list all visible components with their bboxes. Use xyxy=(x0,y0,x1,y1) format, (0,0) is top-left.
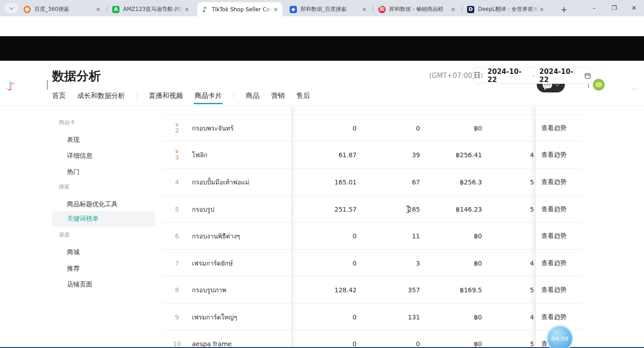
tab-close-icon[interactable]: × xyxy=(450,6,456,13)
tab-separator xyxy=(373,5,373,13)
tab-title: 郑和数据_百度搜索 xyxy=(301,5,361,13)
browser-tab-5[interactable]: 和郑和数据 - 畅销商品榜× xyxy=(375,2,460,16)
tab-close-icon[interactable]: × xyxy=(539,6,545,13)
zhenghe-blue-icon: ◆ xyxy=(290,6,297,13)
keyword-cell: กรอบรูปภาพ xyxy=(192,276,288,304)
view-trend-link[interactable]: 查看趋势 xyxy=(541,196,573,223)
view-trend-link[interactable]: 查看趋势 xyxy=(541,222,573,250)
sidebar-item-0-0[interactable]: 表现 xyxy=(52,132,155,148)
analytics-tab-1[interactable]: 首页 xyxy=(52,92,66,100)
clipped-metric-right: 5 xyxy=(525,330,534,348)
clipped-metric-right: 4 xyxy=(525,250,534,277)
rank-number: 10 xyxy=(173,341,181,348)
rank-cell: ♛ 9 xyxy=(169,304,185,331)
shop-switcher[interactable]: 泰国 店铺 xyxy=(608,82,634,90)
gmv-cell: ฿0 xyxy=(424,304,482,331)
analytics-tab-2[interactable]: 成长和数据分析 xyxy=(77,92,125,100)
sidebar-item-0-2[interactable]: 热门 xyxy=(52,164,155,180)
rank-number: 5 xyxy=(175,206,179,213)
table-row: ♛ 2 กรอบพระจันทร์ 2 0 0 ฿0 查看趋势 xyxy=(163,114,582,142)
sidebar-item-1-0[interactable]: 商品标题优化工具 xyxy=(52,197,155,212)
clipped-metric-right: 5 xyxy=(525,276,534,304)
table-row: ♛ 7 เฟรมการ์ดยักษ์ 3 0 3 ฿0 4 查看趋势 xyxy=(163,249,582,277)
tab-close-icon[interactable]: × xyxy=(272,6,279,13)
shop-avatar[interactable] xyxy=(593,79,605,91)
analytics-tab-6[interactable]: 营销 xyxy=(271,92,285,100)
zhenghe-red-icon: 和 xyxy=(378,6,386,13)
keyword-cell: โฟลิก xyxy=(192,141,288,169)
keyword-cell: เฟรมการ์ดยักษ์ xyxy=(192,250,288,277)
screen-recorder-timer-bubble[interactable]: 04:09 xyxy=(548,326,572,348)
metric-2-cell: 0 xyxy=(362,115,420,142)
tab-close-icon[interactable]: × xyxy=(184,6,190,13)
browser-tab-2[interactable]: AAMZ123亚马逊导航-跨境× xyxy=(109,2,194,16)
nav-item-5[interactable]: 学习中心 xyxy=(249,80,280,90)
tiktok-logo-icon[interactable]: ♪ xyxy=(6,78,14,92)
metric-2-cell: 131 xyxy=(362,304,420,331)
date-end[interactable]: 2024-10-22 xyxy=(539,68,580,84)
site-header: ♪ TikTok Shop 商家中心数据罗盘联盟带货直播中控学习中心 ••• 7… xyxy=(0,36,644,61)
tabbar-divider xyxy=(0,106,644,106)
metric-1-cell: 0 xyxy=(299,250,357,277)
keyword-cell: กรอบพระจันทร์ xyxy=(192,115,288,142)
date-separator: - xyxy=(533,72,535,79)
tab-divider xyxy=(234,92,234,99)
date-granularity-label: 日: xyxy=(474,71,483,80)
analytics-tab-4[interactable]: 商品卡片 xyxy=(195,92,222,100)
date-range-picker[interactable]: 日: 2024-10-22 - 2024-10-22 xyxy=(473,67,592,84)
view-trend-link[interactable]: 查看趋势 xyxy=(541,276,573,304)
rank-number: 3 xyxy=(175,154,179,161)
metric-1-cell: 0 xyxy=(299,115,357,142)
360-search-icon xyxy=(24,6,31,13)
clipped-metric-left: 2 xyxy=(292,115,297,142)
amz123-icon: A xyxy=(112,6,119,13)
logo-text-line2: Shop xyxy=(21,83,40,92)
clipped-metric-left: 3 xyxy=(292,250,297,277)
nav-item-4[interactable]: 直播中控 xyxy=(201,80,232,90)
sidebar-item-2-0[interactable]: 商城 xyxy=(52,245,155,260)
browser-tab-6[interactable]: DDeepL翻译：全世界最准× xyxy=(463,2,549,16)
tab-search-button[interactable] xyxy=(5,3,18,13)
analytics-tab-5[interactable]: 商品 xyxy=(246,92,259,100)
gmv-cell: ฿169.5 xyxy=(424,276,482,304)
rank-cell: ♛ 8 xyxy=(169,276,185,304)
chevron-down-icon[interactable] xyxy=(633,83,636,92)
tab-divider xyxy=(137,92,137,99)
view-trend-link[interactable]: 查看趋势 xyxy=(541,169,573,196)
tab-close-icon[interactable]: × xyxy=(361,6,367,13)
window-maximize-button[interactable]: ❐ xyxy=(604,0,624,16)
analytics-tab-3[interactable]: 直播和视频 xyxy=(149,92,183,100)
browser-toolbar: ← → seller.tiktokglobalshop.com/compass/… xyxy=(0,16,644,36)
view-trend-link[interactable]: 查看趋势 xyxy=(541,141,573,169)
browser-tab-4[interactable]: ◆郑和数据_百度搜索× xyxy=(286,2,371,16)
screen: 百度_360搜索×AAMZ123亚马逊导航-跨境×♪TikTok Shop Se… xyxy=(0,0,644,348)
tiktok-icon: ♪ xyxy=(201,6,208,13)
table-row: ♛ 3 โฟลิก 3 61.87 39 ฿256.41 4 查看趋势 xyxy=(163,141,582,169)
chevron-down-icon xyxy=(9,5,14,10)
clipped-metric-right: 5 xyxy=(525,196,534,223)
sidebar-item-2-2[interactable]: 店铺页面 xyxy=(52,277,155,292)
nav-item-2[interactable]: 数据罗盘 xyxy=(105,80,136,90)
clipped-metric-left: 3 xyxy=(292,169,297,196)
tab-title: TikTok Shop Seller Cente xyxy=(212,6,272,13)
new-tab-button[interactable]: + xyxy=(558,3,570,15)
window-minimize-button[interactable]: – xyxy=(584,0,604,16)
sidebar-item-2-1[interactable]: 推荐 xyxy=(52,261,155,276)
tab-close-icon[interactable]: × xyxy=(95,6,101,13)
browser-tab-3[interactable]: ♪TikTok Shop Seller Cente× xyxy=(197,2,282,16)
browser-tab-1[interactable]: 百度_360搜索× xyxy=(20,2,105,16)
nav-item-3[interactable]: 联盟带货 xyxy=(153,80,184,90)
tab-separator xyxy=(462,5,462,13)
analytics-tab-7[interactable]: 售后 xyxy=(296,92,310,100)
gmv-cell: ฿0 xyxy=(424,222,482,250)
rank-number: 4 xyxy=(175,179,179,186)
sidebar-item-1-1[interactable]: 关键词榜单 xyxy=(52,211,155,227)
rank-cell: ♛ 5 xyxy=(169,196,185,223)
sidebar-item-0-1[interactable]: 详细信息 xyxy=(52,148,155,164)
window-close-button[interactable]: ✕ xyxy=(624,0,644,16)
keyword-rank-table: ♛ 2 กรอบพระจันทร์ 2 0 0 ฿0 查看趋势 ♛ 3 โฟลิ… xyxy=(163,107,582,348)
view-trend-link[interactable]: 查看趋势 xyxy=(541,115,573,142)
view-trend-link[interactable]: 查看趋势 xyxy=(541,250,573,277)
date-start[interactable]: 2024-10-22 xyxy=(487,68,528,84)
calendar-icon xyxy=(584,72,591,79)
